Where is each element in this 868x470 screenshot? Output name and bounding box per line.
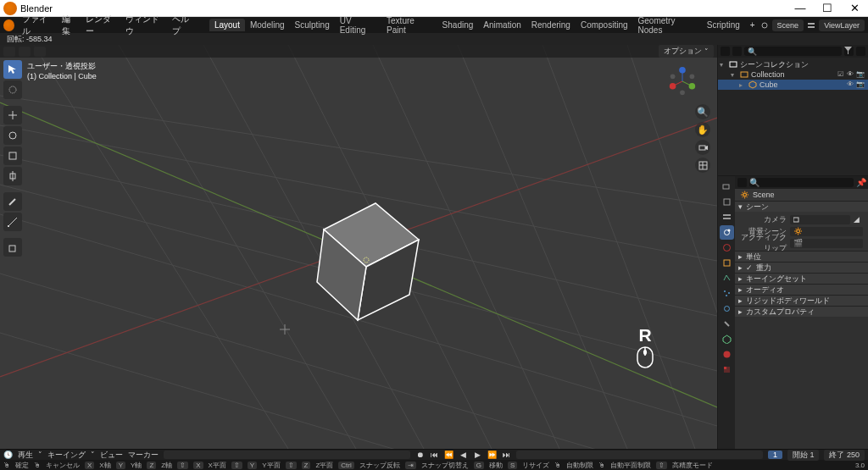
tool-rotate[interactable] (3, 126, 22, 145)
outliner-cube[interactable]: ▸ Cube 👁📷 (718, 80, 868, 90)
active-clip-field[interactable]: 🎬 (790, 239, 863, 248)
workspace-tab-modeling[interactable]: Modeling (245, 19, 290, 31)
properties-editor-icon[interactable] (737, 178, 747, 187)
current-frame[interactable]: 1 (768, 451, 782, 459)
tool-add-cube[interactable] (3, 238, 22, 257)
timeline-menu-playback[interactable]: 再生 (18, 450, 33, 461)
workspace-tab-scripting[interactable]: Scripting (702, 19, 745, 31)
tool-select-box[interactable] (3, 60, 22, 79)
prop-tab-render[interactable] (720, 180, 734, 194)
properties-pin-icon[interactable]: 📌 (856, 178, 865, 187)
properties-breadcrumb: 🔅 Scene (735, 189, 868, 201)
outliner-editor-icon[interactable] (721, 47, 730, 56)
menu-edit[interactable]: 編集 (58, 14, 81, 37)
prop-tab-object[interactable] (720, 256, 734, 270)
outliner-search[interactable]: 🔍 (744, 47, 842, 56)
add-workspace-button[interactable]: + (745, 20, 760, 30)
autokey-button[interactable]: ⏺ (415, 451, 425, 460)
maximize-button[interactable]: ☐ (814, 0, 841, 17)
prop-tab-output[interactable] (720, 195, 734, 209)
prop-tab-texture[interactable] (720, 362, 734, 377)
jump-end-button[interactable]: ⏭ (502, 451, 511, 460)
start-frame[interactable]: 開始 1 (787, 450, 820, 461)
camera-pick-icon[interactable]: ◢ (854, 215, 863, 224)
zoom-button[interactable]: 🔍 (695, 104, 710, 119)
tool-cursor[interactable] (3, 80, 22, 99)
options-dropdown[interactable]: オプション ˅ (659, 45, 714, 58)
end-frame[interactable]: 終了 250 (824, 450, 865, 461)
workspace-tab-texturepaint[interactable]: Texture Paint (381, 14, 437, 36)
prop-tab-scene[interactable] (720, 225, 734, 240)
outliner-collection[interactable]: ▾ Collection ☑👁📷 (718, 69, 868, 80)
panel-rigidbody-header[interactable]: ▸リジッドボディワールド (735, 295, 868, 306)
workspace-tab-rendering[interactable]: Rendering (526, 19, 576, 31)
panel-keying-header[interactable]: ▸キーイングセット (735, 273, 868, 284)
minimize-button[interactable]: — (787, 0, 814, 17)
prop-tab-material[interactable] (720, 347, 734, 362)
outliner-scene-collection[interactable]: ▾ シーンコレクション (718, 59, 868, 69)
camera-view-button[interactable] (695, 140, 710, 155)
timeline-editor-icon[interactable]: 🕓 (3, 451, 13, 459)
prop-tab-particle[interactable] (720, 286, 734, 301)
camera-field[interactable] (790, 215, 850, 224)
outliner-display-mode[interactable] (732, 47, 742, 56)
tool-transform[interactable] (3, 167, 22, 185)
tool-scale[interactable] (3, 147, 22, 165)
timeline-menu-keying[interactable]: キーイング (47, 450, 86, 461)
prop-tab-constraint[interactable] (720, 317, 734, 331)
window-title: Blender (20, 3, 53, 14)
prop-tab-viewlayer[interactable] (720, 210, 734, 224)
close-button[interactable]: ✕ (841, 0, 868, 17)
viewlayer-selector[interactable]: ViewLayer (819, 19, 865, 31)
play-button[interactable]: ▶ (473, 451, 482, 460)
outliner-filter-icon[interactable] (844, 47, 854, 56)
workspace-tab-animation[interactable]: Animation (478, 19, 526, 31)
outliner-tree[interactable]: ▾ シーンコレクション ▾ Collection ☑👁📷 ▸ Cube 👁📷 (718, 58, 868, 175)
panel-scene-header[interactable]: ▾シーン (735, 201, 868, 212)
workspace-tab-shading[interactable]: Shading (437, 19, 479, 31)
jump-start-button[interactable]: ⏮ (430, 451, 439, 460)
menu-render[interactable]: レンダー (81, 14, 121, 37)
bg-scene-field[interactable]: 🔅 (790, 227, 863, 236)
workspace-tab-compositing[interactable]: Compositing (576, 19, 633, 31)
outliner-header: 🔍 (718, 45, 868, 58)
svg-point-39 (679, 67, 686, 74)
mode-selector[interactable] (19, 47, 31, 57)
3d-viewport[interactable]: オプション ˅ (0, 45, 717, 449)
shading-icon[interactable] (34, 47, 46, 57)
workspace-tab-layout[interactable]: Layout (209, 19, 245, 31)
prop-tab-world[interactable] (720, 241, 734, 255)
panel-custom-header[interactable]: ▸カスタムプロパティ (735, 306, 868, 317)
editor-type-icon[interactable] (3, 47, 15, 57)
properties-search[interactable]: 🔍 (749, 178, 854, 187)
panel-gravity-header[interactable]: ▸✓重力 (735, 262, 868, 273)
perspective-toggle-button[interactable] (695, 158, 710, 173)
next-key-button[interactable]: ⏩ (487, 451, 497, 460)
prop-tab-physics[interactable] (720, 301, 734, 316)
prev-key-button[interactable]: ⏪ (444, 451, 453, 460)
timeline-menu-marker[interactable]: マーカー (128, 450, 159, 461)
svg-point-57 (727, 229, 730, 232)
timeline-menu-view[interactable]: ビュー (100, 450, 123, 461)
tool-annotate[interactable] (3, 192, 22, 211)
panel-units-header[interactable]: ▸単位 (735, 251, 868, 262)
outliner-new-collection[interactable] (856, 47, 865, 56)
panel-audio-header[interactable]: ▸オーディオ (735, 284, 868, 295)
gravity-checkbox[interactable]: ✓ (746, 263, 753, 272)
menu-window[interactable]: ウィンドウ (121, 14, 169, 37)
workspace-tab-uv[interactable]: UV Editing (335, 14, 381, 36)
mouse-left-icon: 🖱 (3, 462, 10, 469)
nav-gizmo[interactable] (666, 65, 698, 97)
scene-canvas (0, 45, 717, 449)
tool-measure[interactable] (3, 213, 22, 231)
tool-move[interactable] (3, 106, 22, 124)
play-reverse-button[interactable]: ◀ (459, 451, 468, 460)
blender-logo-icon[interactable] (3, 19, 14, 31)
menu-help[interactable]: ヘルプ (168, 14, 200, 37)
pan-button[interactable]: ✋ (695, 122, 710, 137)
scene-selector[interactable]: Scene (772, 19, 804, 31)
prop-tab-data[interactable] (720, 332, 734, 346)
prop-tab-modifier[interactable] (720, 271, 734, 285)
workspace-tab-geonodes[interactable]: Geometry Nodes (633, 14, 702, 36)
workspace-tab-sculpting[interactable]: Sculpting (290, 19, 335, 31)
